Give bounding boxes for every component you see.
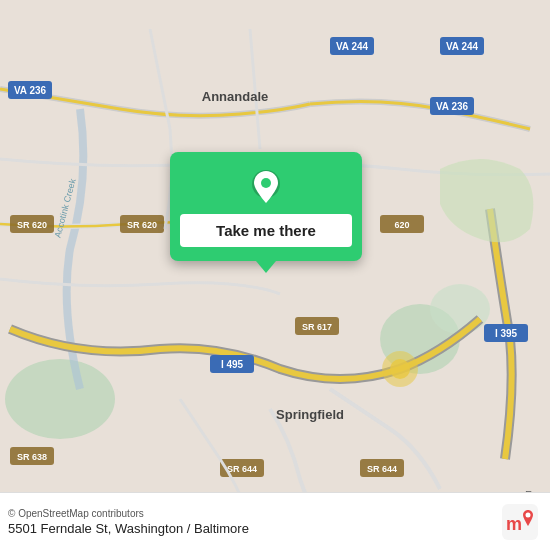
svg-text:VA 236: VA 236	[14, 85, 47, 96]
svg-text:VA 244: VA 244	[336, 41, 369, 52]
svg-point-3	[430, 284, 490, 334]
svg-text:m: m	[506, 514, 522, 534]
svg-text:SR 644: SR 644	[227, 464, 257, 474]
svg-text:I 495: I 495	[221, 359, 244, 370]
svg-text:I 395: I 395	[495, 328, 518, 339]
osm-credit: © OpenStreetMap contributors	[8, 508, 249, 519]
moovit-logo: m	[502, 504, 538, 540]
location-pin-icon	[246, 166, 286, 206]
address-text: 5501 Ferndale St, Washington / Baltimore	[8, 521, 249, 536]
svg-text:SR 644: SR 644	[367, 464, 397, 474]
svg-text:SR 620: SR 620	[17, 220, 47, 230]
svg-point-35	[390, 359, 410, 379]
svg-point-1	[5, 359, 115, 439]
moovit-icon: m	[502, 504, 538, 540]
svg-text:Springfield: Springfield	[276, 407, 344, 422]
svg-text:SR 620: SR 620	[127, 220, 157, 230]
bottom-bar: © OpenStreetMap contributors 5501 Fernda…	[0, 492, 550, 550]
svg-text:SR 617: SR 617	[302, 322, 332, 332]
svg-text:VA 236: VA 236	[436, 101, 469, 112]
svg-point-37	[261, 178, 271, 188]
svg-text:620: 620	[394, 220, 409, 230]
svg-text:SR 638: SR 638	[17, 452, 47, 462]
bottom-left-info: © OpenStreetMap contributors 5501 Fernda…	[8, 508, 249, 536]
map-container: I 495 I 395 VA 236 VA 236 VA 244 VA 244 …	[0, 0, 550, 550]
svg-text:VA 244: VA 244	[446, 41, 479, 52]
popup-card: Take me there	[170, 152, 362, 261]
take-me-there-button[interactable]: Take me there	[180, 214, 352, 247]
svg-point-40	[526, 512, 531, 517]
svg-text:Annandale: Annandale	[202, 89, 268, 104]
map-background: I 495 I 395 VA 236 VA 236 VA 244 VA 244 …	[0, 0, 550, 550]
